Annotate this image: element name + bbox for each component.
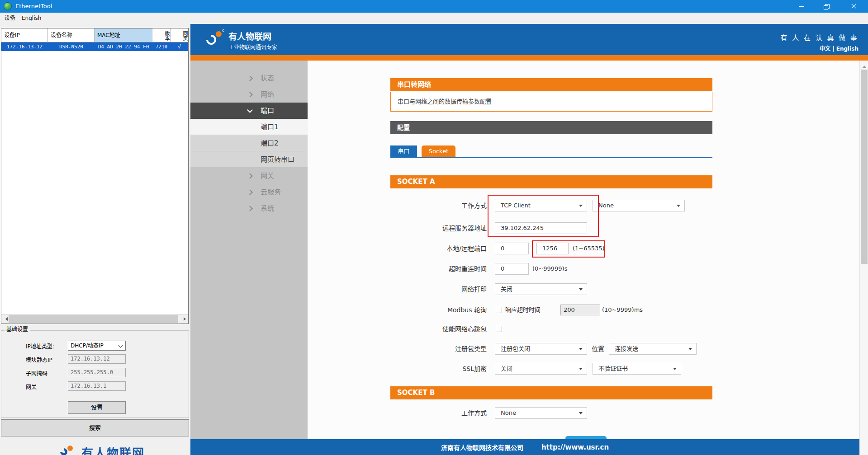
- chevron-right-icon: [247, 206, 253, 211]
- page-vertical-scrollbar[interactable]: [859, 61, 868, 455]
- web-header: 有人物联网 工业物联网通讯专家 有 人 在 认 真 做 事 中文 | Engli…: [190, 24, 868, 55]
- port-label: 本地/远程端口: [387, 243, 487, 254]
- web-footer: 济南有人物联网技术有限公司 http://www.usr.cn: [190, 439, 859, 455]
- caret-down-icon: [677, 205, 680, 209]
- restore-button[interactable]: [815, 0, 838, 13]
- nav-port2[interactable]: 端口2: [190, 135, 308, 151]
- nav-cloud[interactable]: 云服务: [190, 184, 308, 200]
- net-print-select[interactable]: 关闭: [495, 283, 587, 295]
- device-row-version[interactable]: 7210: [152, 42, 171, 51]
- search-button[interactable]: 搜索: [1, 419, 189, 436]
- registered-mark-icon: [222, 29, 224, 32]
- static-ip-label: 模块静态IP: [26, 356, 52, 364]
- reconnect-range-hint: (0~99999)s: [532, 263, 567, 275]
- remote-address-label: 远程服务器地址: [387, 222, 487, 234]
- reg-packet-label: 注册包类型: [387, 343, 487, 355]
- ssl-select[interactable]: 关闭: [495, 363, 587, 375]
- footer-url[interactable]: http://www.usr.cn: [541, 443, 609, 451]
- title-bar: EthernetTool: [0, 0, 868, 13]
- minimize-icon: [799, 6, 804, 7]
- nav-system[interactable]: 系统: [190, 200, 308, 216]
- column-header-version[interactable]: 版本: [152, 28, 171, 42]
- chevron-right-icon: [247, 75, 253, 81]
- local-port-input[interactable]: 0: [495, 243, 529, 254]
- minimize-button[interactable]: [790, 0, 812, 13]
- scrollbar-thumb[interactable]: [9, 315, 178, 323]
- ethernet-tool-window: EthernetTool 设备 English 设备IP 设备名称 MAC地址 …: [0, 0, 868, 455]
- footer-company: 济南有人物联网技术有限公司: [441, 443, 523, 452]
- brand-slogan: 工业物联网通讯专家: [228, 43, 277, 51]
- brand-name: 有人物联网: [228, 30, 271, 42]
- menu-device[interactable]: 设备: [2, 13, 18, 24]
- nav-sidebar: 状态 网络 端口 端口1 端口2 网页转串口 网关 云服务 系统: [190, 61, 308, 455]
- brand-motto: 有 人 在 认 真 做 事: [780, 33, 859, 42]
- response-timeout-input[interactable]: 200: [560, 305, 600, 315]
- socket-b-bar: SOCKET B: [390, 386, 712, 399]
- set-button[interactable]: 设置: [68, 401, 126, 414]
- tab-serial[interactable]: 串口: [390, 145, 417, 157]
- nav-port1[interactable]: 端口1: [190, 119, 308, 135]
- config-section-bar: 配置: [390, 121, 712, 134]
- usr-brand-icon: [205, 29, 225, 49]
- caret-down-icon: [579, 368, 583, 372]
- tab-socket[interactable]: Socket: [422, 145, 455, 157]
- device-row-mac[interactable]: D4 AD 20 22 94 F0: [95, 42, 152, 51]
- table-horizontal-scrollbar[interactable]: [1, 314, 188, 323]
- arrow-right-icon: [184, 317, 188, 321]
- caret-down-icon: [688, 348, 692, 352]
- usr-logo-icon: [60, 446, 78, 455]
- close-button[interactable]: [842, 0, 868, 13]
- chevron-right-icon: [247, 92, 253, 98]
- work-mode-secondary-select[interactable]: None: [593, 200, 685, 211]
- scrollbar-thumb[interactable]: [861, 70, 868, 264]
- scroll-right-arrow[interactable]: [181, 314, 188, 324]
- usr-logo-text: 有人物联网: [81, 444, 145, 455]
- subnet-mask-label: 子网掩码: [26, 370, 47, 378]
- modbus-checkbox[interactable]: [496, 307, 502, 313]
- nav-gateway[interactable]: 网关: [190, 168, 308, 184]
- nav-status[interactable]: 状态: [190, 70, 308, 86]
- static-ip-field[interactable]: 172.16.13.12: [68, 354, 126, 364]
- nav-network[interactable]: 网络: [190, 86, 308, 103]
- modbus-label: Modbus 轮询: [387, 304, 487, 316]
- chevron-down-icon: [247, 107, 253, 113]
- subnet-mask-field[interactable]: 255.255.255.0: [68, 368, 126, 377]
- annotation-box-workmode: [488, 195, 599, 237]
- reconnect-input[interactable]: 0: [495, 263, 529, 275]
- ssl-cert-select[interactable]: 不验证证书: [593, 363, 681, 375]
- save-button-partial[interactable]: [565, 436, 607, 439]
- ip-type-select[interactable]: DHCP/动态IP: [68, 341, 126, 351]
- reg-packet-select[interactable]: 注册包关闭: [495, 343, 587, 355]
- arrow-left-icon: [4, 317, 8, 321]
- header-accent-strip: [190, 55, 868, 61]
- nav-web-to-serial[interactable]: 网页转串口: [190, 151, 308, 168]
- device-table: 设备IP 设备名称 MAC地址 版本 网页 172.16.13.12 USR-N…: [1, 28, 189, 324]
- device-row-web-link[interactable]: √: [171, 42, 188, 51]
- language-switch[interactable]: 中文 | English: [820, 44, 859, 52]
- column-header-device-name[interactable]: 设备名称: [48, 28, 95, 42]
- device-row-name[interactable]: USR-N520: [48, 42, 95, 51]
- main-content: 串口转网络 串口与网络之间的数据传输参数配置 配置 串口 Socket SOCK…: [308, 61, 860, 439]
- work-mode-label: 工作方式: [387, 200, 487, 211]
- embedded-web-page: 有人物联网 工业物联网通讯专家 有 人 在 认 真 做 事 中文 | Engli…: [190, 24, 868, 455]
- tab-underline: [390, 157, 712, 158]
- chevron-down-icon: [119, 343, 123, 348]
- column-header-device-ip[interactable]: 设备IP: [1, 28, 48, 42]
- nav-port[interactable]: 端口: [190, 103, 308, 119]
- menu-english[interactable]: English: [19, 13, 44, 24]
- position-select[interactable]: 连接发送: [609, 343, 697, 355]
- column-header-web[interactable]: 网页: [171, 28, 188, 42]
- device-row-ip[interactable]: 172.16.13.12: [1, 42, 48, 51]
- caret-down-icon: [673, 368, 677, 372]
- work-mode-b-select[interactable]: None: [495, 407, 587, 419]
- position-label: 位置: [592, 343, 604, 355]
- menu-bar: [0, 13, 868, 24]
- scroll-left-arrow[interactable]: [1, 314, 9, 324]
- chevron-right-icon: [247, 189, 253, 195]
- column-header-mac[interactable]: MAC地址: [95, 28, 152, 42]
- caret-down-icon: [579, 412, 583, 416]
- net-print-label: 网络打印: [387, 283, 487, 295]
- gateway-field[interactable]: 172.16.13.1: [68, 381, 126, 391]
- heartbeat-checkbox[interactable]: [496, 326, 502, 332]
- ssl-label: SSL加密: [387, 363, 487, 375]
